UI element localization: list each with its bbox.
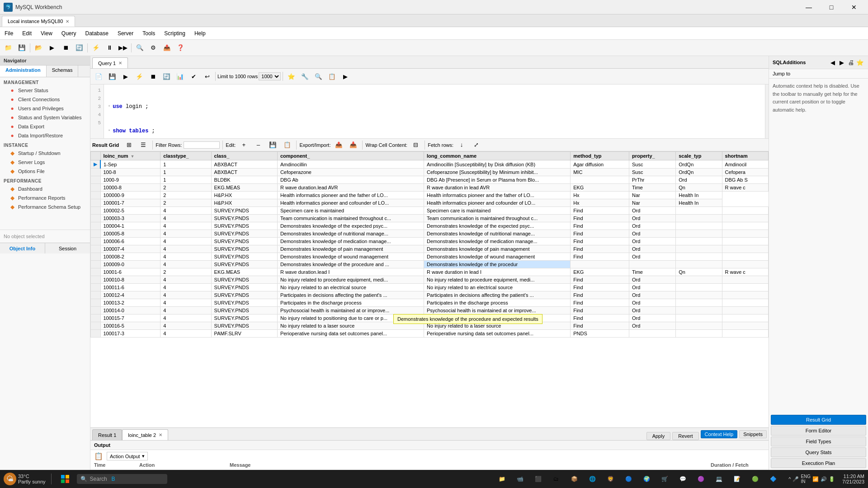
tray-lang[interactable]: ENGIN [801, 474, 811, 484]
taskbar-discord[interactable]: 💬 [675, 471, 691, 487]
taskbar-unknown5[interactable]: 🟢 [747, 471, 763, 487]
table-row[interactable]: 100005-84SURVEY.PNDSDemonstrates knowled… [91, 230, 769, 238]
stop-button[interactable]: ⏹ [59, 42, 72, 54]
export-button-result[interactable]: 📤 [332, 139, 345, 151]
minimize-button[interactable]: — [798, 0, 819, 14]
revert-button[interactable]: Revert [672, 432, 698, 440]
table-row[interactable]: 100011-64SURVEY.PNDSNo injury related to… [91, 284, 769, 291]
tray-battery[interactable]: 🔋 [829, 476, 835, 482]
import-button-result[interactable]: 📥 [347, 139, 359, 151]
open-button[interactable]: 📂 [32, 42, 45, 54]
col-header-method-typ[interactable]: method_typ [571, 152, 629, 160]
col-header-scale-typ[interactable]: scale_typ [676, 152, 722, 160]
code-content[interactable]: •use login ; •show tables ; •select * fr… [104, 84, 765, 138]
sidebar-item-users-privileges[interactable]: ● Users and Privileges [0, 104, 90, 113]
menu-file[interactable]: File [0, 27, 18, 39]
tray-arrow[interactable]: ^ [788, 476, 791, 482]
table-row[interactable]: 100010-84SURVEY.PNDSNo injury related to… [91, 276, 769, 284]
table-row[interactable]: 10001-62EKG.MEASR wave duration.lead IR … [91, 268, 769, 276]
instance-tab[interactable]: Local instance MySQL80 ✕ [2, 16, 75, 27]
table-row[interactable]: 100004-14SURVEY.PNDSDemonstrates knowled… [91, 222, 769, 230]
col-header-class[interactable]: class_ [211, 152, 277, 160]
sidebar-item-data-import[interactable]: ● Data Import/Restore [0, 131, 90, 140]
table-row[interactable]: ▶1-Sep1ABXBACTAmdinocillinAmdinocillin [… [91, 160, 769, 169]
table-row[interactable]: 100007-44SURVEY.PNDSDemonstrates knowled… [91, 245, 769, 253]
rollback-button[interactable]: ↩ [201, 70, 213, 83]
menu-help[interactable]: Help [190, 27, 210, 39]
pause-button[interactable]: ⏸ [103, 42, 116, 54]
edit-add-button[interactable]: + [237, 139, 250, 151]
taskbar-unknown1[interactable]: 🗂 [548, 471, 564, 487]
run-button[interactable]: ▶ [46, 42, 58, 54]
sidebar-item-server-status[interactable]: ● Server Status [0, 86, 90, 95]
code-editor[interactable]: 1 2 3 4 5 •use login ; •show tables ; •s… [90, 84, 769, 139]
stop-query-button[interactable]: ⏹ [146, 70, 159, 83]
gear-button[interactable]: ⚙ [147, 42, 160, 54]
bookmark-button[interactable]: ⭐ [285, 70, 297, 83]
pages-button[interactable]: 📋 [326, 70, 338, 83]
help-button[interactable]: ❓ [174, 42, 187, 54]
start-button[interactable] [57, 471, 73, 487]
col-header-component[interactable]: component_ [277, 152, 424, 160]
menu-tools[interactable]: Tools [138, 27, 160, 39]
table-row[interactable]: 100006-64SURVEY.PNDSDemonstrates knowled… [91, 238, 769, 245]
vertical-scrollbar[interactable] [765, 84, 769, 138]
tab-administration[interactable]: Administration [0, 66, 47, 77]
new-file-button[interactable]: 📁 [2, 42, 14, 54]
format-button[interactable]: 🔧 [298, 70, 311, 83]
nav-next-button[interactable]: ▶ [837, 58, 846, 67]
print-button[interactable]: 🖨 [846, 58, 855, 67]
exec-button[interactable]: ▶▶ [117, 42, 129, 54]
taskbar-teams[interactable]: 📹 [512, 471, 528, 487]
bookmark-panel-button[interactable]: ⭐ [855, 58, 864, 67]
tab-schemas[interactable]: Schemas [47, 66, 79, 77]
tab-context-help[interactable]: Context Help [701, 430, 738, 438]
apply-button[interactable]: Apply [646, 432, 671, 440]
col-header-classtype[interactable]: classtype_ [160, 152, 211, 160]
tab-session[interactable]: Session [45, 243, 90, 253]
nav-prev-button[interactable]: ◀ [828, 58, 837, 67]
grid-view-button[interactable]: ⊞ [123, 139, 135, 151]
table-row[interactable]: 100009-04SURVEY.PNDSDemonstrates knowled… [91, 261, 769, 268]
new-query-button[interactable]: 📄 [92, 70, 105, 83]
next-button[interactable]: ▶ [339, 70, 352, 83]
result-grid-panel-btn[interactable]: Result Grid [771, 415, 866, 425]
menu-edit[interactable]: Edit [18, 27, 36, 39]
tray-wifi[interactable]: 📶 [812, 476, 819, 482]
table-row[interactable]: 10000-82EKG.MEASR wave duration.lead AVR… [91, 184, 769, 192]
action-output-dropdown[interactable]: Action Output ▾ [107, 452, 148, 460]
sidebar-item-client-connections[interactable]: ● Client Connections [0, 95, 90, 104]
sidebar-item-performance-reports[interactable]: ◆ Performance Reports [0, 193, 90, 202]
tray-mic[interactable]: 🎤 [793, 476, 799, 482]
expand-button[interactable]: ⤢ [470, 139, 482, 151]
menu-scripting[interactable]: Scripting [160, 27, 190, 39]
close-button[interactable]: ✕ [844, 0, 864, 14]
col-header-shortnam[interactable]: shortnam [722, 152, 768, 160]
sidebar-item-options-file[interactable]: ◆ Options File [0, 167, 90, 176]
sidebar-item-dashboard[interactable]: ◆ Dashboard [0, 184, 90, 193]
sidebar-item-performance-schema[interactable]: ◆ Performance Schema Setup [0, 202, 90, 211]
export-button[interactable]: 📤 [160, 42, 173, 54]
taskbar-store[interactable]: 🛒 [656, 471, 673, 487]
taskbar-brave[interactable]: 🦁 [602, 471, 618, 487]
taskbar-edge[interactable]: 🌐 [584, 471, 600, 487]
result-tab-loinc[interactable]: loinc_table 2 ✕ [122, 429, 168, 440]
query-tab-1[interactable]: Query 1 ✕ [92, 57, 128, 68]
table-row[interactable]: 100016-54SURVEY.PNDSNo injury related to… [91, 322, 769, 330]
taskbar-unknown2[interactable]: 📦 [566, 471, 582, 487]
table-row[interactable]: 100017-34PAMF.SLRVPerioperative nursing … [91, 330, 769, 338]
taskbar-vscode[interactable]: ⬛ [530, 471, 546, 487]
taskbar-unknown4[interactable]: 🟣 [693, 471, 709, 487]
lightning-button[interactable]: ⚡ [90, 42, 102, 54]
table-row[interactable]: 100013-24SURVEY.PNDSParticipates in the … [91, 299, 769, 307]
query-tab-1-close[interactable]: ✕ [118, 61, 122, 66]
menu-server[interactable]: Server [113, 27, 138, 39]
save-button[interactable]: 💾 [15, 42, 28, 54]
explain-button[interactable]: 📊 [174, 70, 186, 83]
tray-speaker[interactable]: 🔊 [821, 476, 827, 482]
col-header-property[interactable]: property_ [629, 152, 675, 160]
table-row[interactable]: 100008-24SURVEY.PNDSDemonstrates knowled… [91, 253, 769, 261]
edit-copy-button[interactable]: 📋 [281, 139, 293, 151]
table-row[interactable]: 100015-74SURVEY.PNDSNo injury related to… [91, 314, 769, 322]
maximize-button[interactable]: □ [821, 0, 842, 14]
